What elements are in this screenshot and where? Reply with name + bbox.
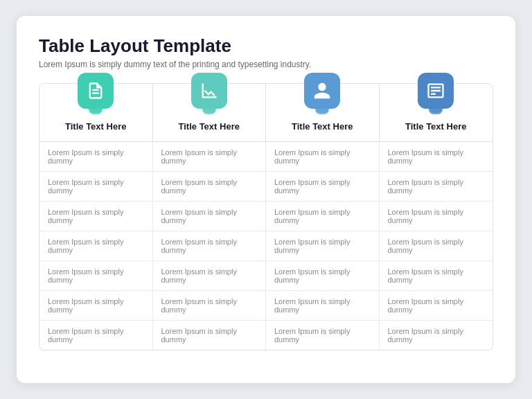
table-row: Lorem Ipsum is simply dummyLorem Ipsum i…	[39, 142, 493, 172]
cell-3-4: Lorem Ipsum is simply dummy	[380, 202, 493, 231]
col-title-2: Title Text Here	[179, 121, 240, 132]
col-title-1: Title Text Here	[65, 121, 126, 132]
col-icon-3	[304, 73, 340, 109]
col-header-3: Title Text Here	[266, 84, 380, 141]
cell-7-1: Lorem Ipsum is simply dummy	[39, 321, 153, 350]
page-subtitle: Lorem Ipsum is simply dummy text of the …	[39, 60, 493, 69]
cell-2-1: Lorem Ipsum is simply dummy	[39, 172, 153, 201]
cell-7-2: Lorem Ipsum is simply dummy	[153, 321, 267, 350]
col-header-2: Title Text Here	[153, 84, 267, 141]
cell-7-3: Lorem Ipsum is simply dummy	[266, 321, 380, 350]
col-icon-2	[191, 73, 227, 109]
cell-4-1: Lorem Ipsum is simply dummy	[39, 231, 153, 260]
table-wrapper: Title Text HereTitle Text HereTitle Text…	[39, 83, 493, 351]
cell-3-1: Lorem Ipsum is simply dummy	[39, 202, 153, 231]
cell-3-3: Lorem Ipsum is simply dummy	[266, 202, 380, 231]
cell-6-4: Lorem Ipsum is simply dummy	[380, 291, 493, 320]
cell-1-1: Lorem Ipsum is simply dummy	[39, 142, 153, 171]
col-header-4: Title Text Here	[380, 84, 493, 141]
cell-1-3: Lorem Ipsum is simply dummy	[266, 142, 380, 171]
page-title: Table Layout Template	[39, 35, 493, 57]
table-row: Lorem Ipsum is simply dummyLorem Ipsum i…	[39, 261, 493, 291]
cell-2-3: Lorem Ipsum is simply dummy	[266, 172, 380, 201]
table-row: Lorem Ipsum is simply dummyLorem Ipsum i…	[39, 291, 493, 321]
cell-5-3: Lorem Ipsum is simply dummy	[266, 261, 380, 290]
col-icon-4	[418, 73, 454, 109]
cell-2-4: Lorem Ipsum is simply dummy	[380, 172, 493, 201]
cell-5-1: Lorem Ipsum is simply dummy	[39, 261, 153, 290]
slide-container: Table Layout Template Lorem Ipsum is sim…	[17, 16, 515, 383]
cell-5-2: Lorem Ipsum is simply dummy	[153, 261, 267, 290]
cell-5-4: Lorem Ipsum is simply dummy	[380, 261, 493, 290]
table-row: Lorem Ipsum is simply dummyLorem Ipsum i…	[39, 172, 493, 202]
table-row: Lorem Ipsum is simply dummyLorem Ipsum i…	[39, 231, 493, 261]
cell-3-2: Lorem Ipsum is simply dummy	[153, 202, 267, 231]
cell-7-4: Lorem Ipsum is simply dummy	[380, 321, 493, 350]
cell-4-2: Lorem Ipsum is simply dummy	[153, 231, 267, 260]
cell-1-2: Lorem Ipsum is simply dummy	[153, 142, 267, 171]
col-header-1: Title Text Here	[39, 84, 153, 141]
column-headers: Title Text HereTitle Text HereTitle Text…	[39, 84, 493, 142]
col-title-3: Title Text Here	[292, 121, 353, 132]
cell-4-3: Lorem Ipsum is simply dummy	[266, 231, 380, 260]
table-body: Lorem Ipsum is simply dummyLorem Ipsum i…	[39, 142, 493, 350]
table-row: Lorem Ipsum is simply dummyLorem Ipsum i…	[39, 321, 493, 350]
cell-2-2: Lorem Ipsum is simply dummy	[153, 172, 267, 201]
cell-6-1: Lorem Ipsum is simply dummy	[39, 291, 153, 320]
cell-1-4: Lorem Ipsum is simply dummy	[380, 142, 493, 171]
cell-4-4: Lorem Ipsum is simply dummy	[380, 231, 493, 260]
table-row: Lorem Ipsum is simply dummyLorem Ipsum i…	[39, 202, 493, 231]
col-icon-1	[78, 73, 114, 109]
cell-6-3: Lorem Ipsum is simply dummy	[266, 291, 380, 320]
col-title-4: Title Text Here	[405, 121, 466, 132]
cell-6-2: Lorem Ipsum is simply dummy	[153, 291, 267, 320]
